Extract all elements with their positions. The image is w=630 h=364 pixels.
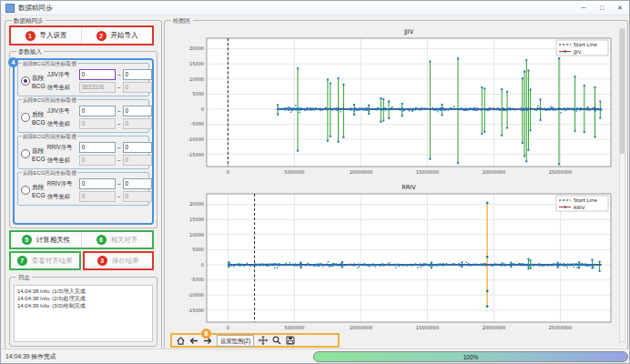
tilde: ~: [117, 108, 121, 115]
svg-text:-10000: -10000: [188, 292, 204, 298]
tilde: ~: [117, 121, 121, 127]
signal-coord-to-input: 0: [123, 82, 152, 93]
title-bar: 数据精同步 ─ □ ✕: [1, 1, 629, 15]
radio-label: 前段ECG: [32, 147, 46, 162]
radio-rear-ecg[interactable]: 后段ECG: [21, 183, 46, 198]
svg-text:Start Line: Start Line: [574, 42, 597, 47]
close-icon[interactable]: ✕: [611, 1, 629, 15]
tilde: ~: [117, 157, 121, 164]
log-line: 14:04:38 Info: (1/3)导入完成: [17, 288, 149, 295]
field-label: 信号坐标: [47, 157, 77, 165]
svg-text:-15000: -15000: [188, 152, 204, 157]
log-line: 14:04:38 Info: (2/3)处理完成: [17, 295, 149, 302]
jjiv-chart[interactable]: 0500000010000000150000002000000025000000…: [170, 26, 620, 183]
compute-correlation-label: 计算相关性: [36, 236, 71, 245]
svg-text:RRIV: RRIV: [401, 184, 416, 191]
jjiv-index-to-input[interactable]: 0: [123, 69, 152, 80]
maximize-icon[interactable]: □: [593, 1, 611, 15]
back-arrow-icon[interactable]: [189, 336, 198, 345]
section-title: 后段ECG区间坐标取值: [22, 169, 77, 177]
step-badge: 2: [97, 31, 107, 41]
status-text: 14:04:39 操作完成: [5, 352, 56, 361]
start-import-button[interactable]: 2 开始导入: [81, 27, 152, 44]
radio-label: 前段BCG: [32, 74, 46, 89]
pan-icon[interactable]: [259, 336, 268, 345]
set-range-button[interactable]: 设置范围(Z): [217, 335, 254, 347]
jjiv-index-from-input[interactable]: 0: [79, 106, 116, 116]
svg-text:0: 0: [227, 325, 229, 330]
log-groupbox: 日志 14:04:38 Info: (1/3)导入完成 14:04:38 Inf…: [9, 277, 158, 347]
svg-text:5000000: 5000000: [284, 325, 304, 330]
step-badge: 6: [97, 235, 107, 245]
import-settings-button[interactable]: 1 导入设置: [11, 27, 81, 44]
field-label: 信号坐标: [47, 193, 77, 201]
rriv-index-from-input[interactable]: 0: [79, 142, 116, 153]
svg-text:-5000: -5000: [190, 121, 204, 126]
section-title: 前段ECG区间坐标取值: [22, 133, 77, 140]
rriv-chart[interactable]: 0500000010000000150000002000000025000000…: [170, 182, 620, 339]
field-label: JJIV序号: [47, 107, 77, 116]
svg-text:10000: 10000: [189, 232, 204, 238]
signal-coord-from-input: 0: [79, 191, 116, 202]
svg-text:JJIV: JJIV: [403, 28, 414, 35]
progress-bar: 100%: [313, 351, 628, 362]
svg-text:5000: 5000: [192, 91, 204, 96]
tilde: ~: [117, 181, 121, 187]
svg-text:15000000: 15000000: [416, 325, 439, 330]
view-align-frame: 7 查看对齐结果: [9, 251, 81, 270]
rriv-index-from-input[interactable]: 0: [79, 178, 116, 189]
save-result-button[interactable]: 3 保存结果: [85, 253, 153, 268]
signal-coord-from-input: 0: [79, 118, 116, 129]
svg-text:0: 0: [201, 106, 204, 112]
view-align-result-button[interactable]: 7 查看对齐结果: [11, 253, 79, 268]
radio-icon[interactable]: [21, 113, 30, 122]
svg-text:20000: 20000: [189, 201, 204, 207]
progress-label: 100%: [463, 354, 479, 360]
app-icon: [5, 4, 15, 13]
params-groupbox-label: 参数输入: [16, 47, 44, 56]
radio-icon[interactable]: [21, 186, 30, 195]
radio-front-ecg[interactable]: 前段ECG: [21, 147, 46, 162]
zoom-icon[interactable]: [272, 336, 281, 345]
svg-text:0: 0: [201, 262, 204, 268]
param-section-rear-ecg: 后段ECG区间坐标取值 后段ECG RRIV序号 0 ~ 0: [17, 172, 149, 206]
radio-rear-bcg[interactable]: 后段BCG: [21, 110, 46, 126]
signal-coord-from-input: 0: [79, 155, 116, 166]
jjiv-index-from-input[interactable]: 0: [79, 69, 116, 80]
radio-icon[interactable]: [21, 76, 30, 86]
plot-scrollbar[interactable]: [619, 28, 625, 342]
tilde: ~: [117, 145, 121, 151]
svg-text:10000000: 10000000: [350, 169, 372, 175]
correlation-align-label: 相关对齐: [111, 236, 138, 245]
params-annotated-frame: 4 前段BCG区间坐标取值 前段BCG JJIV序号 0: [13, 58, 154, 225]
svg-text:15000: 15000: [189, 217, 204, 222]
field-label: RRIV序号: [47, 180, 77, 188]
svg-text:20000000: 20000000: [483, 325, 505, 330]
radio-front-bcg[interactable]: 前段BCG: [21, 74, 46, 89]
radio-icon[interactable]: [21, 149, 30, 158]
field-label: RRIV序号: [47, 144, 77, 152]
compute-correlation-button[interactable]: 5 计算相关性: [11, 232, 81, 248]
left-groupbox-label: 数据精同步: [12, 16, 46, 25]
tilde: ~: [117, 194, 121, 200]
minimize-icon[interactable]: ─: [574, 1, 593, 15]
params-groupbox: 参数输入 4 前段BCG区间坐标取值 前段BCG JJIV序号: [9, 51, 158, 228]
toolbar-badge: 8: [201, 329, 211, 339]
save-icon[interactable]: [286, 336, 295, 345]
save-result-label: 保存结果: [112, 257, 139, 266]
svg-text:Start Line: Start Line: [574, 197, 597, 203]
log-area[interactable]: 14:04:38 Info: (1/3)导入完成 14:04:38 Info: …: [14, 285, 153, 342]
status-bar: 14:04:39 操作完成 100%: [1, 349, 629, 363]
start-import-label: 开始导入: [111, 31, 138, 40]
scrollbar-thumb[interactable]: [620, 29, 625, 154]
step-buttons-frame: 1 导入设置 2 开始导入: [9, 25, 154, 46]
radio-label: 后段ECG: [32, 183, 46, 198]
home-icon[interactable]: [176, 336, 185, 345]
rriv-index-to-input[interactable]: 0: [123, 178, 152, 189]
svg-text:25000000: 25000000: [549, 169, 572, 175]
plot-area-groupbox: 绘图区 050000001000000015000000200000002500…: [164, 20, 628, 350]
correlation-align-button[interactable]: 6 相关对齐: [81, 232, 152, 248]
rriv-index-to-input[interactable]: 0: [123, 142, 152, 153]
svg-text:10000: 10000: [189, 76, 204, 82]
jjiv-index-to-input[interactable]: 0: [123, 106, 152, 116]
